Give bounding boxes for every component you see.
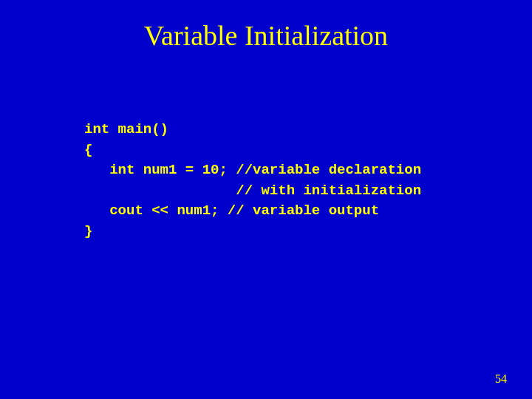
code-line: int num1 = 10; //variable declaration bbox=[84, 162, 421, 178]
page-number: 54 bbox=[495, 372, 507, 386]
code-line: } bbox=[84, 223, 92, 239]
code-line: { bbox=[84, 142, 92, 158]
code-line: int main() bbox=[84, 121, 168, 137]
slide-title: Variable Initialization bbox=[0, 0, 532, 52]
code-line: // with initialization bbox=[84, 183, 421, 199]
code-block: int main() { int num1 = 10; //variable d… bbox=[84, 120, 421, 242]
code-line: cout << num1; // variable output bbox=[84, 202, 379, 219]
